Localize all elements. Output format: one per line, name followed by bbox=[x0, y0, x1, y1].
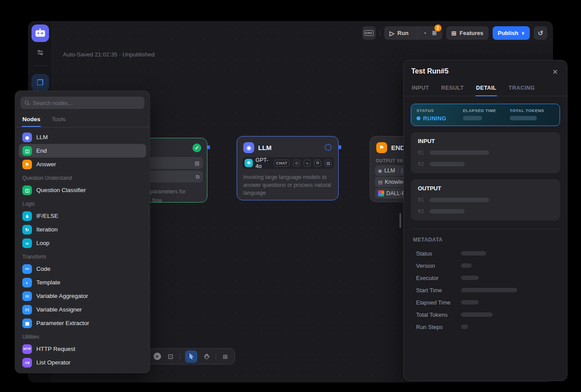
document-badge-icon: ▤ bbox=[325, 160, 332, 167]
sidebar-divider bbox=[34, 66, 47, 66]
llm-icon: ◉ bbox=[22, 133, 32, 142]
node-item-code[interactable]: </>Code bbox=[19, 262, 146, 276]
node-item-template[interactable]: ◐Template bbox=[19, 276, 146, 289]
model-name: GPT-4o bbox=[256, 157, 271, 169]
close-icon: ✕ bbox=[552, 68, 558, 76]
env-button[interactable]: ENV bbox=[362, 26, 376, 40]
start-node-description: flow bbox=[152, 197, 162, 203]
elapsed-time-skeleton bbox=[463, 116, 482, 120]
llm-node[interactable]: ◉ LLM ❋ GPT-4o CHAT ⊙ ∿ ⧉ ▤ Invoking lar… bbox=[237, 136, 339, 200]
tab-tools[interactable]: Tools bbox=[51, 113, 66, 127]
chat-badge: CHAT bbox=[274, 160, 290, 167]
metadata-row: Start Time bbox=[411, 284, 560, 296]
env-icon: ENV bbox=[364, 30, 374, 36]
metadata-rows: StatusVersionExecutorStart TimeElapsed T… bbox=[411, 247, 560, 333]
node-item-end[interactable]: ◫End bbox=[19, 144, 146, 158]
node-item-iteration[interactable]: ↻Iteration bbox=[19, 223, 146, 236]
metadata-row: Run Steps bbox=[411, 321, 560, 333]
add-note-button[interactable]: ⊡ bbox=[166, 353, 175, 360]
node-item-label: Code bbox=[36, 266, 50, 272]
run-button[interactable]: ▷ Run bbox=[384, 26, 414, 40]
io-row: 01 bbox=[418, 150, 553, 156]
node-list: ◉LLM◫End⚑AnswerQuestion Understand◫Quest… bbox=[15, 127, 150, 372]
question-classifier-icon: ◫ bbox=[22, 186, 32, 195]
hand-icon bbox=[203, 353, 210, 360]
sliders-icon bbox=[37, 49, 44, 56]
publish-label: Publish bbox=[498, 30, 518, 36]
app-preview-button[interactable]: ❐ bbox=[32, 74, 49, 91]
publish-button[interactable]: Publish ∨ bbox=[493, 26, 530, 40]
node-item-variable-assigner[interactable]: {=}Variable Assigner bbox=[19, 303, 146, 316]
value-skeleton bbox=[430, 150, 489, 155]
end-input-port[interactable] bbox=[339, 145, 341, 149]
pointer-mode-button[interactable] bbox=[185, 350, 197, 363]
run-tab-result[interactable]: RESULT bbox=[441, 81, 464, 96]
metadata-label: Elapsed Time bbox=[416, 299, 461, 306]
node-search-input[interactable] bbox=[33, 100, 140, 106]
run-tab-tracing[interactable]: TRACING bbox=[508, 81, 536, 96]
node-item-loop[interactable]: ∞Loop bbox=[19, 236, 146, 250]
total-tokens-label: TOTAL TOKENS bbox=[510, 108, 544, 113]
image-badge-icon: ⧉ bbox=[314, 160, 321, 167]
metadata-label: Run Steps bbox=[416, 324, 461, 330]
io-row: 01 bbox=[418, 197, 553, 203]
running-spinner-icon bbox=[325, 144, 332, 151]
node-item-list-operator[interactable]: ≡▿List Operator bbox=[19, 356, 146, 369]
autosave-status: Auto-Saved 21:02:35 · Unpublished bbox=[63, 51, 154, 58]
metadata-row: Total Tokens bbox=[411, 308, 560, 321]
metadata-label: Total Tokens bbox=[416, 312, 461, 318]
note-icon: ⊡ bbox=[168, 353, 174, 360]
row-number: 01 bbox=[418, 197, 424, 203]
metadata-row: Version bbox=[411, 259, 560, 272]
organize-blocks-button[interactable]: ⊞ bbox=[221, 353, 230, 360]
list-operator-icon: ≡▿ bbox=[22, 358, 32, 368]
metadata-label: Status bbox=[416, 250, 461, 257]
node-group-header: Transform bbox=[19, 250, 146, 262]
success-check-icon: ✓ bbox=[192, 144, 201, 152]
node-item-variable-aggregator[interactable]: {x}Variable Aggregator bbox=[19, 289, 146, 303]
copy-icon: ⧉ bbox=[196, 174, 200, 180]
version-history-button[interactable]: ↺ bbox=[534, 26, 547, 40]
start-node-description: parameters for bbox=[150, 189, 186, 195]
node-item-question-classifier[interactable]: ◫Question Classifier bbox=[19, 183, 146, 197]
node-item-http-request[interactable]: HTTPHTTP Request bbox=[19, 342, 146, 356]
parameter-extractor-icon: ▦ bbox=[22, 318, 32, 328]
variable-label: DALL-E bbox=[386, 190, 406, 196]
loop-icon: ∞ bbox=[22, 238, 32, 248]
workflow-settings-button[interactable] bbox=[37, 49, 44, 58]
robot-icon bbox=[35, 30, 45, 37]
toolbar-divider bbox=[216, 353, 216, 360]
node-search-box[interactable] bbox=[21, 97, 144, 109]
features-button[interactable]: ⊞ Features bbox=[446, 26, 489, 40]
llm-var-icon: ◉ bbox=[378, 168, 382, 174]
node-item-answer[interactable]: ⚑Answer bbox=[19, 158, 146, 171]
status-card: STATUS RUNING ELAPSED TIME TOTAL TOKENS bbox=[411, 104, 560, 126]
tab-nodes[interactable]: Nodes bbox=[22, 113, 41, 127]
variable-separator: / bbox=[397, 168, 399, 174]
node-item-llm[interactable]: ◉LLM bbox=[19, 130, 146, 144]
knowledge-var-icon: ▤ bbox=[378, 179, 382, 185]
hand-mode-button[interactable] bbox=[202, 353, 211, 360]
vision-badge-icon: ⊙ bbox=[293, 160, 300, 167]
add-node-button[interactable]: + bbox=[153, 353, 161, 360]
model-selector[interactable]: ❋ GPT-4o CHAT ⊙ ∿ ⧉ ▤ bbox=[242, 157, 334, 169]
app-logo[interactable] bbox=[32, 24, 49, 42]
llm-node-description: Invoking large language models to answer… bbox=[243, 173, 333, 197]
run-tab-detail[interactable]: DETAIL bbox=[476, 81, 497, 96]
node-item-label: Question Classifier bbox=[36, 187, 86, 193]
answer-icon: ⚑ bbox=[22, 160, 32, 169]
template-icon: ◐ bbox=[22, 278, 32, 287]
panel-resize-handle[interactable] bbox=[399, 213, 401, 228]
close-button[interactable]: ✕ bbox=[550, 66, 560, 77]
schedule-icon[interactable]: ◔ bbox=[423, 30, 427, 36]
features-icon: ⊞ bbox=[452, 30, 457, 36]
llm-input-port[interactable] bbox=[207, 145, 210, 149]
cursor-icon bbox=[188, 353, 195, 360]
checklist-button[interactable]: ≣ 2 bbox=[432, 30, 437, 36]
llm-node-title: LLM bbox=[258, 144, 272, 151]
checklist-count-badge: 2 bbox=[434, 24, 441, 32]
metadata-row: Elapsed Time bbox=[411, 296, 560, 308]
node-item-if-else[interactable]: ⋔IF/ELSE bbox=[19, 209, 146, 223]
node-item-parameter-extractor[interactable]: ▦Parameter Extractor bbox=[19, 316, 146, 330]
run-tab-input[interactable]: INPUT bbox=[411, 81, 430, 96]
